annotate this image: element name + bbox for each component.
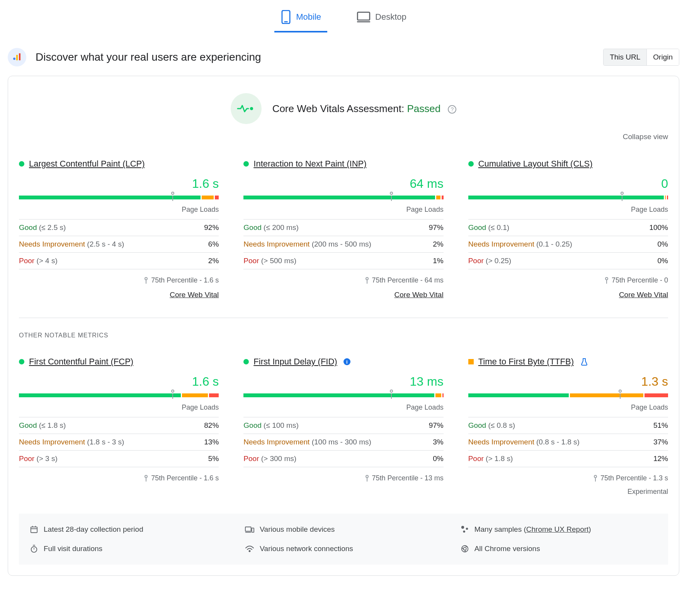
- page-loads-label: Page Loads: [19, 206, 219, 214]
- pulse-icon: [231, 93, 262, 124]
- metric-ttfb: Time to First Byte (TTFB) 1.3 s Page Loa…: [468, 357, 668, 496]
- page-loads-label: Page Loads: [19, 403, 219, 412]
- toggle-this-url[interactable]: This URL: [604, 49, 646, 65]
- metric-value: 1.6 s: [19, 374, 219, 389]
- other-grid: First Contentful Paint (FCP) 1.6 s Page …: [19, 357, 668, 496]
- svg-rect-21: [31, 527, 37, 533]
- svg-point-12: [605, 277, 608, 280]
- page-title: Discover what your real users are experi…: [36, 51, 261, 63]
- metric-lcp: Largest Contentful Paint (LCP) 1.6 s Pag…: [19, 159, 219, 299]
- core-web-vital-link[interactable]: Core Web Vital: [19, 291, 219, 299]
- toggle-origin[interactable]: Origin: [646, 49, 679, 65]
- metric-fcp: First Contentful Paint (FCP) 1.6 s Page …: [19, 357, 219, 496]
- marker-icon: [144, 277, 148, 284]
- svg-rect-27: [252, 528, 254, 532]
- percentile-text: 75th Percentile - 1.6 s: [19, 276, 219, 284]
- percentile-text: 75th Percentile - 64 ms: [243, 276, 443, 284]
- distribution-bar: [19, 393, 219, 397]
- stopwatch-icon: [30, 545, 38, 553]
- scope-toggle: This URL Origin: [603, 49, 679, 66]
- wifi-icon: [245, 545, 254, 553]
- marker-icon: [144, 475, 148, 482]
- divider: [19, 318, 668, 318]
- svg-rect-25: [245, 527, 251, 531]
- desktop-icon: [357, 11, 371, 23]
- distribution-bar: [19, 196, 219, 199]
- percentile-marker: [619, 390, 622, 393]
- status-dot: [243, 161, 249, 167]
- page-loads-label: Page Loads: [468, 206, 668, 214]
- footer-devices: Various mobile devices: [245, 525, 442, 534]
- crux-report-link[interactable]: Chrome UX Report: [526, 525, 589, 533]
- tab-mobile-label: Mobile: [296, 12, 321, 22]
- svg-point-8: [145, 277, 147, 280]
- page-loads-label: Page Loads: [468, 403, 668, 412]
- footer-network: Various network connections: [245, 545, 442, 553]
- core-web-vital-link[interactable]: Core Web Vital: [243, 291, 443, 299]
- page-loads-label: Page Loads: [243, 403, 443, 412]
- crux-logo-icon: [8, 48, 26, 66]
- marker-icon: [605, 277, 609, 284]
- metric-cls: Cumulative Layout Shift (CLS) 0 Page Loa…: [468, 159, 668, 299]
- svg-point-7: [250, 107, 253, 110]
- svg-rect-2: [357, 12, 370, 20]
- other-metrics-label: OTHER NOTABLE METRICS: [19, 332, 668, 339]
- distribution-table: Good (≤ 1.8 s)82% Needs Improvement (1.8…: [19, 417, 219, 467]
- marker-icon: [593, 475, 597, 482]
- footer-samples: Many samples (Chrome UX Report): [461, 525, 657, 534]
- percentile-marker: [390, 192, 393, 195]
- distribution-bar: [243, 393, 443, 397]
- assessment-row: Core Web Vitals Assessment: Passed ?: [19, 93, 668, 124]
- footer-info: Latest 28-day collection period Various …: [19, 514, 668, 565]
- assessment-label: Core Web Vitals Assessment:: [272, 103, 405, 114]
- distribution-table: Good (≤ 2.5 s)92% Needs Improvement (2.5…: [19, 219, 219, 269]
- percentile-text: 75th Percentile - 13 ms: [243, 474, 443, 482]
- device-tabs: Mobile Desktop: [8, 0, 679, 32]
- experimental-label: Experimental: [468, 488, 668, 496]
- status-dot: [468, 359, 474, 364]
- status-dot: [468, 161, 474, 167]
- core-web-vital-link[interactable]: Core Web Vital: [468, 291, 668, 299]
- flask-icon[interactable]: [581, 358, 588, 366]
- distribution-table: Good (≤ 0.1)100% Needs Improvement (0.1 …: [468, 219, 668, 269]
- distribution-bar: [468, 393, 668, 397]
- percentile-marker: [621, 192, 624, 195]
- metric-name-link[interactable]: Time to First Byte (TTFB): [478, 357, 574, 367]
- metric-name-link[interactable]: Cumulative Layout Shift (CLS): [478, 159, 593, 169]
- distribution-table: Good (≤ 200 ms)97% Needs Improvement (20…: [243, 219, 443, 269]
- svg-point-4: [13, 58, 15, 60]
- footer-versions: All Chrome versions: [461, 545, 657, 553]
- tab-mobile[interactable]: Mobile: [274, 10, 327, 32]
- svg-point-29: [466, 528, 468, 530]
- help-icon[interactable]: ?: [448, 105, 456, 114]
- mobile-icon: [281, 10, 291, 24]
- svg-point-16: [366, 475, 368, 478]
- assessment-text: Core Web Vitals Assessment: Passed ?: [272, 103, 457, 115]
- metric-name-link[interactable]: Interaction to Next Paint (INP): [253, 159, 366, 169]
- svg-point-10: [366, 277, 368, 280]
- metric-name-link[interactable]: First Contentful Paint (FCP): [29, 357, 133, 367]
- percentile-marker: [171, 192, 174, 195]
- metric-value: 1.6 s: [19, 177, 219, 191]
- marker-icon: [365, 475, 369, 482]
- metric-value: 1.3 s: [468, 374, 668, 389]
- status-dot: [243, 359, 249, 364]
- info-icon[interactable]: i: [344, 358, 350, 365]
- metric-name-link[interactable]: First Input Delay (FID): [253, 357, 337, 367]
- cwv-grid: Largest Contentful Paint (LCP) 1.6 s Pag…: [19, 159, 668, 299]
- svg-point-28: [461, 526, 464, 529]
- distribution-table: Good (≤ 0.8 s)51% Needs Improvement (0.8…: [468, 417, 668, 467]
- metric-value: 13 ms: [243, 374, 443, 389]
- percentile-marker: [390, 390, 393, 393]
- chrome-icon: [461, 545, 469, 553]
- metric-value: 64 ms: [243, 177, 443, 191]
- tab-desktop[interactable]: Desktop: [350, 10, 413, 32]
- collapse-view-button[interactable]: Collapse view: [19, 133, 668, 141]
- marker-icon: [365, 277, 369, 284]
- svg-point-19: [594, 475, 597, 478]
- svg-point-14: [145, 475, 147, 478]
- samples-icon: [461, 525, 469, 534]
- status-dot: [19, 359, 24, 364]
- metric-name-link[interactable]: Largest Contentful Paint (LCP): [29, 159, 145, 169]
- metric-inp: Interaction to Next Paint (INP) 64 ms Pa…: [243, 159, 443, 299]
